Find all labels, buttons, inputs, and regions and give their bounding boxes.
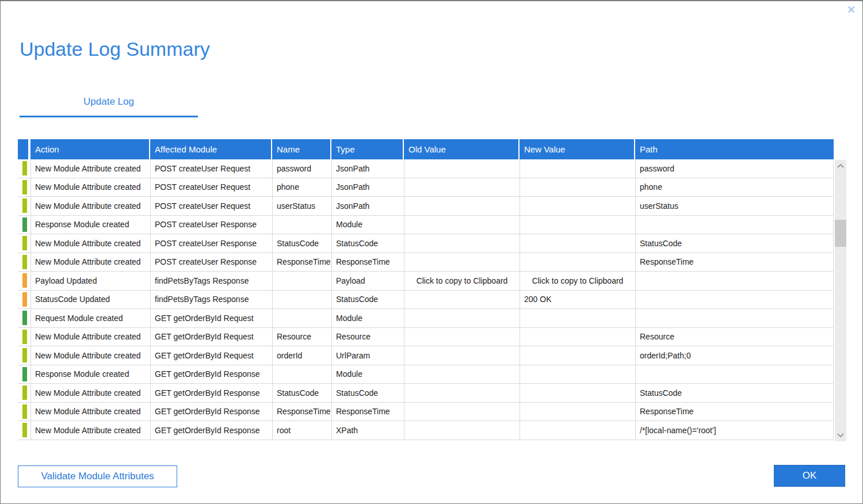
vertical-scrollbar[interactable]: [835, 160, 846, 441]
cell-name: StatusCode: [272, 384, 331, 402]
column-header-action: Action: [30, 139, 150, 159]
table-row[interactable]: Response Module created POST createUser …: [18, 216, 834, 235]
cell-name: phone: [272, 178, 331, 197]
scrollbar-thumb[interactable]: [835, 220, 846, 247]
close-icon[interactable]: ✕: [847, 5, 856, 15]
cell-old-value: [404, 403, 520, 421]
cell-old-value: [404, 234, 520, 253]
table-row[interactable]: New Module Attribute created GET getOrde…: [18, 328, 834, 347]
tab-update-log-label: Update Log: [83, 96, 134, 112]
scroll-down-button[interactable]: [835, 430, 846, 440]
cell-action: Payload Updated: [30, 272, 150, 290]
column-header-new-value: New Value: [520, 139, 635, 159]
cell-old-value: [404, 309, 520, 327]
cell-action: New Module Attribute created: [30, 234, 150, 253]
row-status-indicator: [22, 330, 27, 344]
table-row[interactable]: New Module Attribute created POST create…: [18, 234, 834, 253]
table-row[interactable]: Request Module created GET getOrderById …: [18, 309, 834, 328]
cell-path: StatusCode: [635, 384, 834, 402]
cell-affected-module: findPetsByTags Response: [150, 291, 272, 309]
cell-new-value: [520, 216, 635, 234]
table-row[interactable]: New Module Attribute created POST create…: [18, 178, 834, 197]
table-row[interactable]: New Module Attribute created POST create…: [18, 159, 834, 178]
cell-old-value: [404, 291, 520, 309]
cell-affected-module: GET getOrderById Response: [150, 365, 272, 384]
cell-old-value: [404, 365, 520, 384]
cell-path: password: [635, 159, 834, 178]
cell-affected-module: GET getOrderById Request: [150, 346, 272, 365]
cell-action: New Module Attribute created: [30, 159, 150, 178]
cell-action: New Module Attribute created: [30, 253, 150, 272]
table-row[interactable]: Payload Updated findPetsByTags Response …: [18, 272, 834, 291]
cell-path: ResponseTime: [635, 253, 834, 272]
cell-path: [635, 216, 834, 234]
cell-affected-module: POST createUser Response: [150, 253, 272, 272]
table-row[interactable]: New Module Attribute created GET getOrde…: [18, 384, 834, 403]
cell-type: Payload: [331, 272, 404, 290]
chevron-down-icon: [837, 433, 844, 437]
table-header-row: Action Affected Module Name Type Old Val…: [18, 139, 834, 159]
cell-indicator: [18, 234, 30, 253]
cell-name: ResponseTime: [272, 403, 331, 421]
cell-path: [635, 309, 834, 327]
cell-old-value: [404, 159, 520, 178]
cell-indicator: [18, 421, 30, 440]
row-status-indicator: [22, 217, 27, 232]
column-header-affected-module: Affected Module: [150, 139, 272, 159]
cell-indicator: [18, 309, 30, 327]
column-header-type: Type: [331, 139, 404, 159]
cell-path: [635, 365, 834, 384]
cell-indicator: [18, 384, 30, 402]
cell-new-value: [520, 159, 635, 178]
cell-affected-module: POST createUser Response: [150, 216, 272, 234]
row-status-indicator: [22, 348, 27, 362]
cell-indicator: [18, 272, 30, 290]
table-row[interactable]: New Module Attribute created GET getOrde…: [18, 421, 834, 440]
cell-path: Resource: [635, 328, 834, 346]
table-row[interactable]: Response Module created GET getOrderById…: [18, 365, 834, 384]
validate-module-attributes-button[interactable]: Validate Module Attributes: [18, 465, 177, 487]
cell-new-value: [520, 421, 635, 440]
cell-name: [272, 309, 331, 327]
tab-active-underline: [20, 116, 198, 117]
cell-indicator: [18, 216, 30, 234]
table-row[interactable]: New Module Attribute created POST create…: [18, 197, 834, 216]
cell-action: New Module Attribute created: [30, 421, 150, 440]
cell-path: StatusCode: [635, 234, 834, 253]
table-row[interactable]: New Module Attribute created POST create…: [18, 253, 834, 272]
table-row[interactable]: StatusCode Updated findPetsByTags Respon…: [18, 291, 834, 310]
cell-type: ResponseTime: [331, 253, 404, 272]
cell-name: [272, 365, 331, 384]
cell-affected-module: GET getOrderById Response: [150, 384, 272, 402]
table-row[interactable]: New Module Attribute created GET getOrde…: [18, 346, 834, 365]
cell-indicator: [18, 159, 30, 178]
cell-type: JsonPath: [331, 197, 404, 215]
cell-indicator: [18, 178, 30, 197]
cell-old-value[interactable]: Click to copy to Clipboard: [404, 272, 520, 290]
cell-name: [272, 216, 331, 234]
log-table-body: New Module Attribute created POST create…: [18, 159, 834, 440]
cell-affected-module: GET getOrderById Request: [150, 328, 272, 346]
cell-affected-module: GET getOrderById Response: [150, 403, 272, 421]
row-status-indicator: [22, 236, 27, 250]
cell-name: ResponseTime: [272, 253, 331, 272]
cell-type: UrlParam: [331, 346, 404, 365]
cell-new-value[interactable]: Click to copy to Clipboard: [520, 272, 635, 290]
scroll-up-button[interactable]: [835, 161, 846, 171]
cell-new-value: [520, 403, 635, 421]
row-status-indicator: [22, 161, 27, 175]
cell-action: Request Module created: [30, 309, 150, 327]
cell-new-value: [520, 346, 635, 365]
tab-update-log[interactable]: Update Log: [20, 91, 198, 117]
row-status-indicator: [22, 423, 27, 437]
column-header-path: Path: [635, 139, 834, 159]
cell-old-value: [404, 384, 520, 402]
cell-affected-module: POST createUser Request: [150, 178, 272, 197]
cell-indicator: [18, 328, 30, 346]
cell-new-value: 200 OK: [520, 291, 635, 309]
ok-button[interactable]: OK: [774, 465, 845, 487]
cell-path: userStatus: [635, 197, 834, 215]
table-row[interactable]: New Module Attribute created GET getOrde…: [18, 403, 834, 422]
row-status-indicator: [22, 292, 27, 307]
cell-action: Response Module created: [30, 365, 150, 384]
